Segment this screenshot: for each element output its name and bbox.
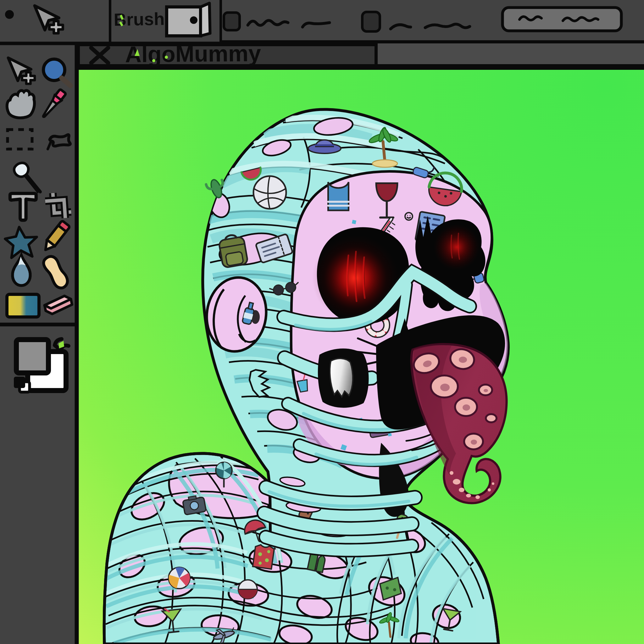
svg-text:AlgoMummy: AlgoMummy xyxy=(125,41,261,67)
svg-text:Brush: Brush xyxy=(114,9,165,30)
